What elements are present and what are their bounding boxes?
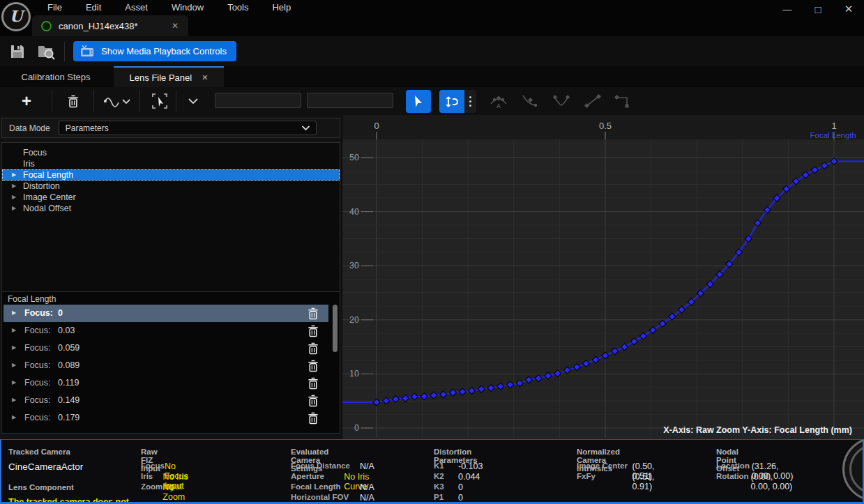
tv-icon — [80, 45, 96, 58]
expander-triangle-icon[interactable]: ▶ — [12, 172, 16, 178]
asset-tab[interactable]: canon_HJ14ex438* ✕ — [32, 15, 188, 36]
trash-icon — [308, 395, 319, 407]
browse-to-asset-button[interactable] — [36, 43, 54, 61]
trash-icon — [308, 377, 319, 390]
delete-point-button[interactable] — [308, 412, 319, 424]
focus-point-row[interactable]: ▶ Focus: 0.179 — [3, 409, 328, 427]
menu-item-help[interactable]: Help — [264, 1, 299, 13]
data-mode-combobox[interactable]: Parameters — [59, 121, 317, 135]
svg-text:30: 30 — [349, 261, 359, 270]
focus-list-scrollbar[interactable] — [333, 305, 338, 352]
curve-editor-toolbar: + — [0, 87, 864, 115]
menu-bar: FileEditAssetWindowToolsHelp — [39, 0, 306, 14]
parameter-row-distortion[interactable]: ▶ Distortion — [2, 181, 340, 192]
curve-icon — [103, 93, 131, 109]
expander-triangle-icon[interactable]: ▶ — [12, 206, 16, 211]
show-media-playback-controls-button[interactable]: Show Media Playback Controls — [73, 41, 236, 61]
tracked-camera-header: Tracked Camera — [8, 448, 70, 456]
menu-item-tools[interactable]: Tools — [219, 1, 257, 13]
svg-text:10: 10 — [349, 369, 359, 379]
tab-calibration-steps[interactable]: Calibration Steps — [0, 66, 112, 87]
select-tool-button[interactable] — [406, 90, 431, 113]
focus-point-row[interactable]: ▶ Focus: 0 — [3, 305, 328, 322]
trash-icon — [308, 325, 319, 337]
expander-triangle-icon[interactable]: ▶ — [12, 194, 16, 200]
delete-point-button[interactable] — [308, 360, 319, 372]
expander-triangle-icon[interactable]: ▶ — [12, 380, 16, 385]
marquee-select-button[interactable] — [148, 90, 172, 112]
menu-item-window[interactable]: Window — [163, 1, 212, 13]
svg-text:0.5: 0.5 — [599, 121, 612, 131]
status-row: Horizontal FOVN/A — [291, 493, 374, 503]
asset-tab-label: canon_HJ14ex438* — [59, 21, 172, 31]
smooth-tangent-button[interactable] — [520, 92, 540, 110]
snap-toggle-button[interactable] — [439, 90, 464, 113]
delete-point-button[interactable] — [308, 342, 319, 354]
parameter-row-nodal-offset[interactable]: ▶ Nodal Offset — [2, 203, 340, 214]
trash-icon — [308, 412, 319, 425]
toolbar-input-1[interactable] — [215, 93, 301, 108]
toolbar-dropdown-button[interactable] — [181, 90, 205, 112]
delete-point-button[interactable] — [308, 377, 319, 389]
chevron-down-icon — [188, 98, 199, 105]
parameter-row-iris[interactable]: Iris — [2, 158, 340, 169]
parameter-row-focal-length[interactable]: ▶ Focal Length — [2, 169, 340, 181]
svg-text:0: 0 — [354, 423, 359, 433]
expander-triangle-icon[interactable]: ▶ — [12, 183, 16, 189]
delete-point-button[interactable] — [308, 325, 319, 337]
expander-triangle-icon[interactable]: ▶ — [12, 415, 16, 420]
lens-data-panel: Data Mode Parameters Focus Iris ▶ Focal … — [0, 115, 342, 439]
curve-view-options-button[interactable] — [100, 90, 134, 112]
expander-triangle-icon[interactable]: ▶ — [12, 397, 16, 403]
expander-triangle-icon[interactable]: ▶ — [12, 345, 16, 351]
unreal-watermark-logo-icon — [842, 439, 864, 501]
asset-status-dot-icon — [41, 21, 52, 31]
status-row: ZoomNo Zoom Input — [141, 482, 197, 504]
svg-text:1: 1 — [831, 121, 836, 131]
focus-point-row[interactable]: ▶ Focus: 0.089 — [3, 357, 328, 374]
asset-toolbar: Show Media Playback Controls — [0, 36, 864, 66]
constant-tangent-icon — [613, 93, 632, 109]
asset-tab-close-icon[interactable]: ✕ — [172, 21, 179, 31]
focus-point-row[interactable]: ▶ Focus: 0.03 — [3, 322, 328, 339]
parameter-row-image-center[interactable]: ▶ Image Center — [2, 192, 340, 203]
svg-text:20: 20 — [349, 315, 359, 325]
maximize-icon[interactable]: □ — [803, 3, 833, 15]
menu-item-edit[interactable]: Edit — [77, 1, 109, 13]
delete-point-button[interactable] — [63, 90, 84, 112]
constant-tangent-button[interactable] — [612, 92, 633, 110]
trash-icon — [308, 342, 319, 355]
focal-length-curve-chart[interactable]: 0102030405000.51Focal LengthX-Axis: Raw … — [342, 115, 864, 439]
delete-point-button[interactable] — [308, 395, 319, 406]
parameter-row-focus[interactable]: Focus — [2, 147, 340, 158]
tab-close-icon[interactable]: ✕ — [202, 73, 208, 82]
camera-status-bar: Tracked Camera CineCameraActor Lens Comp… — [0, 439, 864, 504]
main-area: Data Mode Parameters Focus Iris ▶ Focal … — [0, 115, 864, 439]
focus-point-row[interactable]: ▶ Focus: 0.119 — [3, 374, 328, 392]
focus-list-header: Focal Length — [8, 293, 340, 305]
close-icon[interactable]: ✕ — [833, 3, 864, 15]
menu-item-file[interactable]: File — [39, 1, 70, 13]
smooth-tangent-icon — [520, 93, 540, 109]
menu-item-asset[interactable]: Asset — [116, 1, 156, 13]
delete-point-button[interactable] — [308, 307, 319, 319]
linear-tangent-button[interactable] — [582, 92, 603, 110]
focal-length-point-list: Focal Length ▶ Focus: 0 ▶ Focus: 0.03 ▶ — [1, 291, 340, 434]
break-tangent-button[interactable] — [551, 92, 572, 110]
axis-snap-icon — [445, 94, 459, 109]
svg-text:40: 40 — [349, 207, 359, 217]
status-row: FxFy(0.51, 0.91) — [577, 472, 668, 491]
unreal-engine-logo-icon: U — [1, 2, 31, 31]
snap-options-menu-button[interactable] — [464, 90, 476, 113]
auto-tangent-button[interactable]: A — [488, 92, 509, 110]
expander-triangle-icon[interactable]: ▶ — [12, 328, 16, 333]
expander-triangle-icon[interactable]: ▶ — [12, 362, 16, 368]
toolbar-input-2[interactable] — [307, 93, 393, 108]
add-point-button[interactable]: + — [15, 90, 38, 112]
focus-point-row[interactable]: ▶ Focus: 0.149 — [3, 392, 328, 409]
tab-lens-file-panel[interactable]: Lens File Panel ✕ — [114, 66, 224, 87]
minimize-icon[interactable]: — — [772, 4, 803, 15]
expander-triangle-icon[interactable]: ▶ — [12, 310, 16, 316]
save-button[interactable] — [8, 43, 26, 61]
focus-point-row[interactable]: ▶ Focus: 0.059 — [3, 339, 328, 357]
